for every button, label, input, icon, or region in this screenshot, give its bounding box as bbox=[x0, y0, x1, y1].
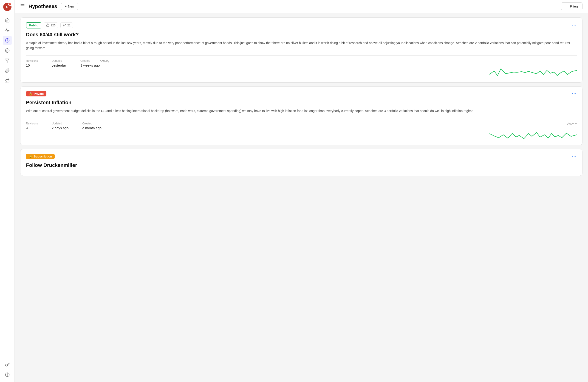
badge-private: 🔒 Private bbox=[26, 91, 46, 96]
likes-count: 125 bbox=[44, 22, 58, 28]
badge-private-label: Private bbox=[34, 92, 44, 96]
revisions-meta-2: Revisions 4 bbox=[26, 122, 38, 130]
main-area: Hypotheses + card-1 New Filters bbox=[15, 0, 588, 382]
sidebar-item-chart[interactable] bbox=[3, 26, 12, 35]
activity-label-2: Activity bbox=[567, 122, 577, 125]
card-2-title[interactable]: Persistent Inflation bbox=[26, 100, 577, 106]
card-1-footer: Revisions 10 Updated yesterday Created 3… bbox=[26, 59, 577, 78]
forks-value: 21 bbox=[67, 24, 70, 27]
updated-value: yesterday bbox=[52, 63, 67, 67]
card-1-title[interactable]: Does 60/40 still work? bbox=[26, 32, 577, 38]
card-1-divider bbox=[26, 55, 577, 56]
created-value-2: a month ago bbox=[82, 126, 101, 130]
activity-chart-2 bbox=[489, 127, 577, 141]
updated-label: Updated bbox=[52, 59, 67, 62]
card-2-header: 🔒 Private ··· bbox=[26, 91, 577, 96]
created-value: 3 weeks ago bbox=[80, 63, 100, 67]
sidebar-item-key[interactable] bbox=[3, 360, 12, 369]
svg-point-3 bbox=[5, 49, 9, 53]
sidebar-item-home[interactable] bbox=[3, 16, 12, 25]
badge-subscription: 🔒 Subscription bbox=[26, 154, 55, 159]
fork-icon bbox=[63, 23, 66, 27]
revisions-meta: Revisions 10 bbox=[26, 59, 38, 67]
badge-public-label: Public bbox=[29, 24, 38, 27]
created-meta-2: Created a month ago bbox=[82, 122, 101, 130]
updated-meta-2: Updated 2 days ago bbox=[52, 122, 68, 130]
filters-label: Filters bbox=[570, 5, 579, 8]
card-2-activity: Activity bbox=[102, 122, 577, 141]
menu-icon[interactable] bbox=[20, 3, 25, 9]
sidebar-item-transfer[interactable] bbox=[3, 76, 12, 85]
filters-button[interactable]: Filters bbox=[561, 2, 583, 10]
updated-meta: Updated yesterday bbox=[52, 59, 67, 67]
revisions-value: 10 bbox=[26, 63, 38, 67]
likes-value: 125 bbox=[51, 24, 56, 27]
sidebar-item-help[interactable] bbox=[3, 370, 12, 379]
card-3-more-button[interactable]: ··· bbox=[572, 154, 577, 159]
card-1-meta: Revisions 10 Updated yesterday Created 3… bbox=[26, 59, 100, 67]
hypothesis-card-2: 🔒 Private ··· Persistent Inflation With … bbox=[20, 86, 583, 145]
badge-public: Public bbox=[26, 22, 41, 28]
plus-icon: + bbox=[65, 5, 67, 8]
card-2-body: With out of control government budget de… bbox=[26, 108, 577, 113]
card-1-body: A staple of investment theory has had a … bbox=[26, 40, 577, 51]
lock-icon: 🔒 bbox=[29, 92, 32, 96]
page-title: Hypotheses bbox=[28, 3, 57, 9]
sidebar-item-filter[interactable] bbox=[3, 56, 12, 65]
updated-value-2: 2 days ago bbox=[52, 126, 68, 130]
hypothesis-card-3: 🔒 Subscription ··· Follow Druckenmiller bbox=[20, 149, 583, 176]
card-1-more-button[interactable]: ··· bbox=[572, 23, 577, 28]
svg-marker-5 bbox=[5, 59, 9, 62]
filter-icon bbox=[565, 4, 568, 8]
card-3-title[interactable]: Follow Druckenmiller bbox=[26, 162, 577, 168]
card-1-header: Public 125 21 ··· bbox=[26, 22, 577, 28]
avatar[interactable]: U bbox=[3, 3, 11, 11]
updated-label-2: Updated bbox=[52, 122, 68, 125]
new-button[interactable]: + card-1 New bbox=[61, 3, 78, 10]
sidebar-item-compass[interactable] bbox=[3, 46, 12, 55]
revisions-label: Revisions bbox=[26, 59, 38, 62]
badge-subscription-label: Subscription bbox=[34, 155, 52, 158]
created-label: Created bbox=[80, 59, 100, 62]
content-area: Public 125 21 ··· bbox=[15, 13, 588, 382]
svg-point-15 bbox=[65, 24, 66, 25]
created-label-2: Created bbox=[82, 122, 101, 125]
sidebar: U bbox=[0, 0, 15, 382]
revisions-label-2: Revisions bbox=[26, 122, 38, 125]
revisions-value-2: 4 bbox=[26, 126, 38, 130]
forks-count: 21 bbox=[61, 22, 73, 28]
card-1-activity: Activity bbox=[100, 59, 577, 78]
card-2-meta: Revisions 4 Updated 2 days ago Created a… bbox=[26, 122, 102, 130]
sidebar-item-hypotheses[interactable] bbox=[3, 36, 12, 45]
activity-chart-1 bbox=[489, 64, 577, 78]
svg-point-16 bbox=[63, 25, 64, 26]
svg-marker-4 bbox=[6, 50, 8, 51]
header: Hypotheses + card-1 New Filters bbox=[15, 0, 588, 13]
activity-label-1: Activity bbox=[100, 59, 109, 63]
card-2-more-button[interactable]: ··· bbox=[572, 91, 577, 96]
card-3-header: 🔒 Subscription ··· bbox=[26, 154, 577, 159]
sidebar-item-attach[interactable] bbox=[3, 66, 12, 75]
thumbs-up-icon bbox=[46, 23, 49, 27]
lock-icon-sub: 🔒 bbox=[29, 155, 32, 158]
card-2-divider bbox=[26, 118, 577, 118]
created-meta: Created 3 weeks ago bbox=[80, 59, 100, 67]
card-2-footer: Revisions 4 Updated 2 days ago Created a… bbox=[26, 122, 577, 141]
hypothesis-card-1: Public 125 21 ··· bbox=[20, 18, 583, 83]
